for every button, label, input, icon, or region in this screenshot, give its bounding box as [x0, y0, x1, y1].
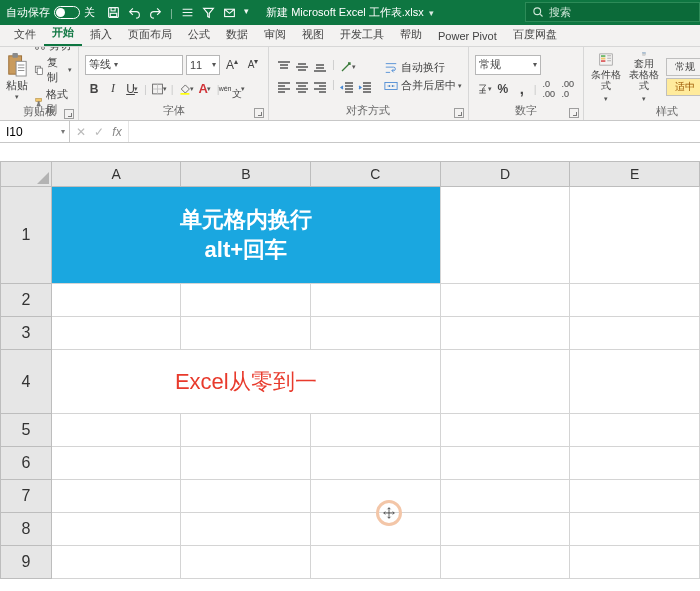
tab-审阅[interactable]: 审阅 — [256, 24, 294, 46]
undo-icon[interactable] — [128, 6, 141, 19]
fill-color-button[interactable]: ▾ — [177, 79, 195, 99]
decrease-decimal-button[interactable]: .00.0 — [559, 79, 577, 99]
toggle-switch[interactable] — [54, 6, 80, 19]
borders-button[interactable]: ▾ — [150, 79, 168, 99]
cell[interactable] — [570, 513, 700, 546]
align-top-button[interactable] — [275, 58, 292, 75]
chevron-down-icon[interactable]: ▾ — [61, 127, 65, 136]
cell[interactable] — [181, 414, 311, 447]
cell[interactable] — [570, 284, 700, 317]
tab-文件[interactable]: 文件 — [6, 24, 44, 46]
cell[interactable] — [181, 447, 311, 480]
phonetic-button[interactable]: wén文▾ — [223, 79, 241, 99]
cell[interactable] — [181, 546, 311, 579]
tab-百度网盘[interactable]: 百度网盘 — [505, 24, 565, 46]
cell[interactable] — [570, 480, 700, 513]
row-header-8[interactable]: 8 — [1, 513, 52, 546]
cell[interactable] — [51, 284, 181, 317]
cell[interactable] — [570, 187, 700, 284]
style-normal[interactable]: 常规 — [666, 58, 700, 76]
cell[interactable] — [311, 414, 441, 447]
italic-button[interactable]: I — [104, 79, 122, 99]
autosave-toggle[interactable]: 自动保存 关 — [0, 5, 101, 20]
format-as-table-button[interactable]: 套用 表格格式▾ — [628, 50, 660, 104]
comma-button[interactable]: , — [513, 79, 531, 99]
cell[interactable] — [570, 447, 700, 480]
dialog-launcher[interactable] — [569, 108, 579, 118]
cell[interactable] — [51, 480, 181, 513]
worksheet-grid[interactable]: A B C D E 1 单元格内换行 alt+回车 2 3 4 Excel从零到… — [0, 161, 700, 579]
cell[interactable] — [570, 317, 700, 350]
cell[interactable] — [181, 317, 311, 350]
copy-button[interactable]: 复制▾ — [34, 55, 72, 85]
orientation-button[interactable]: ▾ — [339, 58, 356, 75]
style-good[interactable]: 适中 — [666, 78, 700, 96]
cell[interactable] — [51, 513, 181, 546]
cut-button[interactable]: 剪切 — [34, 47, 72, 53]
col-header-e[interactable]: E — [570, 162, 700, 187]
cell-a4-c4-merged[interactable]: Excel从零到一 — [51, 350, 440, 414]
redo-icon[interactable] — [149, 6, 162, 19]
cell[interactable] — [570, 414, 700, 447]
tab-公式[interactable]: 公式 — [180, 24, 218, 46]
col-header-b[interactable]: B — [181, 162, 311, 187]
formula-input[interactable] — [129, 121, 700, 142]
cell-styles-gallery[interactable]: 常规 差 适中 计算 — [666, 50, 700, 104]
chevron-down-icon[interactable]: ▾ — [427, 8, 434, 18]
cell[interactable] — [311, 447, 441, 480]
grow-font-button[interactable]: A▴ — [223, 55, 241, 75]
touch-mode-icon[interactable] — [181, 6, 194, 19]
increase-decimal-button[interactable]: .0.00 — [540, 79, 558, 99]
cell[interactable] — [51, 414, 181, 447]
tab-视图[interactable]: 视图 — [294, 24, 332, 46]
cell[interactable] — [51, 546, 181, 579]
name-box[interactable]: I10 ▾ — [0, 121, 70, 142]
cell[interactable] — [440, 513, 570, 546]
cell[interactable] — [311, 284, 441, 317]
cell[interactable] — [311, 546, 441, 579]
cell[interactable] — [570, 546, 700, 579]
font-size-combo[interactable]: 11▾ — [186, 55, 220, 75]
percent-button[interactable]: % — [494, 79, 512, 99]
cell[interactable] — [440, 350, 570, 414]
cell[interactable] — [570, 350, 700, 414]
bold-button[interactable]: B — [85, 79, 103, 99]
tab-页面布局[interactable]: 页面布局 — [120, 24, 180, 46]
cell[interactable] — [181, 284, 311, 317]
tab-插入[interactable]: 插入 — [82, 24, 120, 46]
align-middle-button[interactable] — [293, 58, 310, 75]
align-center-button[interactable] — [293, 78, 310, 95]
paste-button[interactable]: 粘贴 ▾ — [6, 50, 28, 104]
wrap-text-button[interactable]: 自动换行 — [384, 60, 462, 75]
row-header-7[interactable]: 7 — [1, 480, 52, 513]
dialog-launcher[interactable] — [254, 108, 264, 118]
tab-开发工具[interactable]: 开发工具 — [332, 24, 392, 46]
tab-开始[interactable]: 开始 — [44, 22, 82, 46]
decrease-indent-button[interactable] — [339, 78, 356, 95]
row-header-6[interactable]: 6 — [1, 447, 52, 480]
select-all-corner[interactable] — [1, 162, 52, 187]
row-header-4[interactable]: 4 — [1, 350, 52, 414]
cell[interactable] — [311, 480, 441, 513]
email-icon[interactable] — [223, 6, 236, 19]
cell[interactable] — [440, 284, 570, 317]
align-bottom-button[interactable] — [311, 58, 328, 75]
tab-数据[interactable]: 数据 — [218, 24, 256, 46]
col-header-a[interactable]: A — [51, 162, 181, 187]
merge-center-button[interactable]: 合并后居中▾ — [384, 78, 462, 93]
search-box[interactable]: 搜索 — [525, 2, 700, 22]
row-header-3[interactable]: 3 — [1, 317, 52, 350]
cell[interactable] — [440, 317, 570, 350]
font-name-combo[interactable]: 等线▾ — [85, 55, 183, 75]
cell[interactable] — [440, 414, 570, 447]
accounting-format-button[interactable]: ▾ — [475, 79, 493, 99]
fx-icon[interactable]: fx — [110, 125, 124, 139]
cancel-icon[interactable]: ✕ — [74, 125, 88, 139]
col-header-d[interactable]: D — [440, 162, 570, 187]
save-icon[interactable] — [107, 6, 120, 19]
cell[interactable] — [311, 513, 441, 546]
align-right-button[interactable] — [311, 78, 328, 95]
qat-dropdown-icon[interactable]: ▾ — [244, 6, 257, 19]
row-header-2[interactable]: 2 — [1, 284, 52, 317]
dialog-launcher[interactable] — [64, 109, 74, 119]
